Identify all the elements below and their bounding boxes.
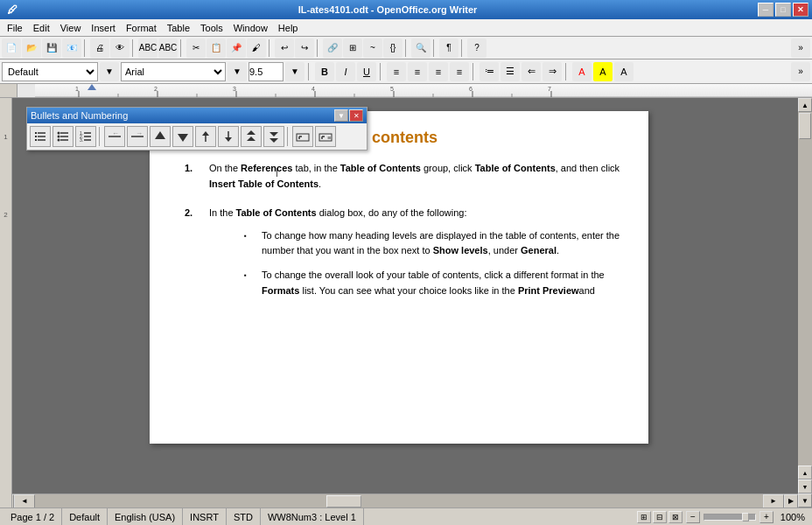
insert-bullet-btn[interactable] [292, 126, 313, 147]
copy-btn[interactable]: 📋 [206, 38, 226, 58]
zoom-slider[interactable] [704, 514, 756, 521]
move-up-with-sub-btn[interactable] [195, 126, 216, 147]
zoom-out-btn[interactable]: − [686, 511, 700, 523]
horizontal-scroll-track[interactable] [35, 494, 763, 508]
bullet-1-content: To change how many heading levels are di… [262, 228, 622, 259]
new-btn[interactable]: 📄 [2, 38, 21, 58]
demote-list-btn[interactable] [172, 126, 193, 147]
insert-mode[interactable]: INSRT [183, 508, 227, 525]
undo-btn[interactable]: ↩ [275, 38, 294, 58]
zoom-in-btn[interactable]: + [760, 511, 774, 523]
view-print-btn[interactable]: ⊠ [668, 511, 682, 523]
minimize-button[interactable]: ─ [758, 3, 774, 17]
spellcheck-btn[interactable]: ABC [138, 38, 158, 58]
menu-file[interactable]: File [2, 21, 28, 35]
align-justify-btn[interactable]: ≡ [450, 62, 469, 81]
zoom-level[interactable]: 100% [777, 512, 808, 522]
ft-minimize-btn[interactable]: ▼ [334, 109, 348, 122]
align-left-btn[interactable]: ≡ [387, 62, 406, 81]
menu-help[interactable]: Help [273, 21, 304, 35]
svg-text:≡: ≡ [327, 135, 331, 141]
menu-edit[interactable]: Edit [28, 21, 55, 35]
more-btn[interactable]: » [791, 38, 810, 58]
style-dropdown[interactable]: Default [2, 62, 98, 81]
open-btn[interactable]: 📂 [22, 38, 41, 58]
menu-view[interactable]: View [55, 21, 87, 35]
cut-btn[interactable]: ✂ [186, 38, 206, 58]
paste-btn[interactable]: 📌 [227, 38, 246, 58]
svg-text:3: 3 [233, 86, 236, 92]
decrease-indent-btn[interactable]: ⇐ [522, 62, 541, 81]
align-center-btn[interactable]: ≡ [408, 62, 427, 81]
maximize-button[interactable]: □ [775, 3, 791, 17]
doc-scroll-area[interactable]: Bullets and Numbering ▼ ✕ [0, 98, 798, 494]
scroll-page-left-btn[interactable]: ◄ [14, 494, 35, 508]
hyperlink-btn[interactable]: 🔗 [323, 38, 342, 58]
move-down-btn[interactable] [263, 126, 284, 147]
align-right-btn[interactable]: ≡ [429, 62, 448, 81]
vertical-scroll-track[interactable] [798, 112, 812, 466]
item-2-text: In the Table of Contents dialog box, do … [209, 206, 622, 221]
next-page-btn[interactable]: ▼ [798, 480, 812, 494]
save-btn[interactable]: 💾 [42, 38, 61, 58]
view-web-btn[interactable]: ⊟ [653, 511, 667, 523]
redo-btn[interactable]: ↪ [295, 38, 314, 58]
more-fmt-btn[interactable]: » [791, 62, 810, 81]
size-dropdown-arrow[interactable]: ▼ [285, 62, 304, 81]
table-btn[interactable]: ⊞ [343, 38, 362, 58]
menu-table[interactable]: Table [162, 21, 195, 35]
menu-format[interactable]: Format [121, 21, 162, 35]
field-btn[interactable]: {} [383, 38, 402, 58]
italic-button[interactable]: I [336, 62, 355, 81]
remove-list-btn[interactable]: → [127, 126, 148, 147]
style-dropdown-arrow[interactable]: ▼ [100, 62, 119, 81]
ft-close-btn[interactable]: ✕ [349, 109, 363, 122]
horizontal-scroll-thumb[interactable] [326, 495, 361, 508]
char-shade-btn[interactable]: A [614, 62, 634, 81]
scroll-up-btn[interactable]: ▲ [798, 98, 812, 112]
font-dropdown-arrow[interactable]: ▼ [228, 62, 247, 81]
floating-toolbar-title[interactable]: Bullets and Numbering ▼ ✕ [27, 108, 367, 123]
numbering-btn[interactable]: ☰ [500, 62, 520, 81]
move-down-with-sub-btn[interactable] [218, 126, 239, 147]
vertical-scroll-thumb[interactable] [799, 113, 811, 139]
underline-button[interactable]: U [357, 62, 376, 81]
menu-window[interactable]: Window [228, 21, 273, 35]
ordered-list-btn[interactable]: 1.2.3. [75, 126, 96, 147]
scroll-page-right-btn[interactable]: ► [763, 494, 784, 508]
menu-insert[interactable]: Insert [86, 21, 121, 35]
std-mode[interactable]: STD [227, 508, 261, 525]
svg-text:4: 4 [312, 86, 315, 92]
view-normal-btn[interactable]: ⊞ [637, 511, 651, 523]
menu-tools[interactable]: Tools [195, 21, 228, 35]
increase-indent-btn[interactable]: ⇒ [542, 62, 562, 81]
bullets-btn[interactable]: ≔ [480, 62, 499, 81]
insert-number-btn[interactable]: ≡ [315, 126, 336, 147]
zoom-thumb[interactable] [742, 513, 749, 522]
scroll-right-btn[interactable]: ▶ [784, 494, 798, 508]
help-btn[interactable]: ? [467, 38, 486, 58]
print-btn[interactable]: 🖨 [90, 38, 109, 58]
email-btn[interactable]: 📧 [62, 38, 81, 58]
show-changes-btn[interactable]: ~ [363, 38, 382, 58]
format-paint-btn[interactable]: 🖌 [247, 38, 266, 58]
unordered-list-1-btn[interactable] [30, 126, 51, 147]
no-list-btn[interactable]: ← [104, 126, 125, 147]
highlight-btn[interactable]: A [593, 62, 612, 81]
move-up-btn[interactable] [241, 126, 262, 147]
font-color-btn[interactable]: A [572, 62, 592, 81]
font-size-input[interactable] [248, 62, 284, 81]
find-btn[interactable]: 🔍 [411, 38, 430, 58]
bold-button[interactable]: B [315, 62, 334, 81]
svg-text:2: 2 [154, 86, 158, 92]
autocorrect-btn[interactable]: ABC [158, 38, 178, 58]
preview-btn[interactable]: 👁 [110, 38, 130, 58]
svg-text:3.: 3. [80, 137, 83, 143]
promote-list-btn[interactable] [150, 126, 171, 147]
font-dropdown[interactable]: Arial [121, 62, 226, 81]
close-button[interactable]: ✕ [793, 3, 808, 17]
nonprint-btn[interactable]: ¶ [439, 38, 458, 58]
scroll-down-btn[interactable]: ▼ [798, 494, 812, 508]
prev-page-btn[interactable]: ▲ [798, 466, 812, 480]
unordered-list-2-btn[interactable] [52, 126, 74, 147]
